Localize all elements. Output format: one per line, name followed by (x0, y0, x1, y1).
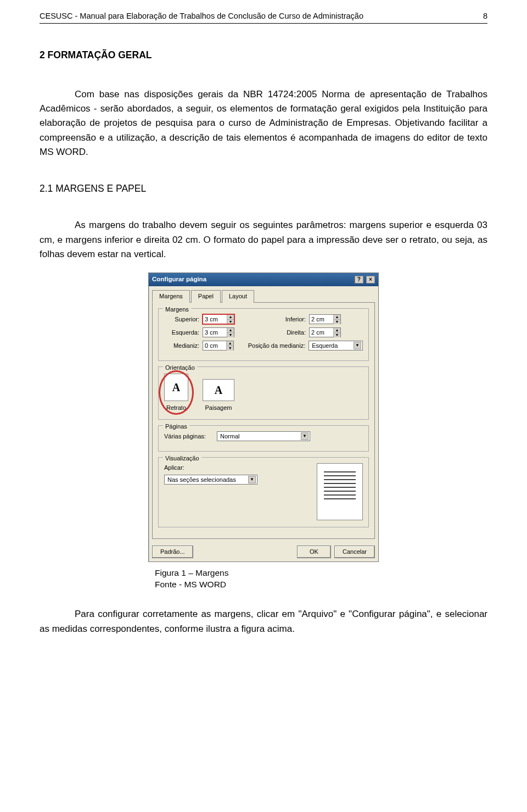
figure-page-setup: Configurar página ? × Margens Papel Layo… (40, 272, 487, 562)
landscape-icon: A (203, 379, 234, 401)
tab-layout[interactable]: Layout (222, 290, 254, 303)
dialog-panel: Margens Superior: ▲▼ Inferior: ▲▼ Esquer… (152, 302, 375, 539)
dialog-tabs: Margens Papel Layout (149, 286, 378, 302)
input-medianiz[interactable]: ▲▼ (203, 341, 234, 351)
input-medianiz-field[interactable] (203, 341, 226, 350)
orientation-paisagem[interactable]: A Paisagem (203, 379, 234, 413)
orientation-retrato-label: Retrato (166, 404, 186, 411)
button-padrao[interactable]: Padrão... (152, 546, 193, 558)
group-paginas: Páginas Várias páginas: Normal ▼ (158, 425, 369, 452)
tab-margens[interactable]: Margens (152, 290, 190, 303)
portrait-icon: A (164, 374, 188, 401)
spin-down-icon[interactable]: ▼ (227, 346, 233, 351)
input-inferior-field[interactable] (310, 315, 333, 324)
label-esquerda: Esquerda: (164, 328, 199, 337)
spin-up-icon[interactable]: ▲ (334, 328, 340, 333)
section-heading: 2 FORMATAÇÃO GERAL (40, 48, 487, 63)
figure-caption-line2: Fonte - MS WORD (155, 579, 487, 591)
header-title: CESUSC - Manual para Elaboração de Traba… (40, 10, 363, 22)
group-margens: Margens Superior: ▲▼ Inferior: ▲▼ Esquer… (158, 308, 369, 361)
select-aplicar-value: Nas seções selecionadas (167, 475, 236, 485)
select-aplicar[interactable]: Nas seções selecionadas ▼ (164, 475, 257, 485)
select-pos-medianiz-value: Esquerda (312, 341, 338, 351)
figure-caption-line1: Figura 1 – Margens (155, 568, 487, 579)
input-inferior[interactable]: ▲▼ (309, 314, 341, 324)
input-direita-field[interactable] (310, 328, 333, 337)
select-pos-medianiz[interactable]: Esquerda ▼ (309, 341, 363, 351)
group-visualizacao-legend: Visualização (163, 454, 201, 463)
button-ok[interactable]: OK (297, 546, 331, 558)
spin-up-icon[interactable]: ▲ (334, 315, 340, 320)
input-superior[interactable]: ▲▼ (203, 314, 234, 324)
input-esquerda-field[interactable] (203, 328, 227, 337)
select-varias-paginas-value: Normal (220, 432, 239, 441)
spin-down-icon[interactable]: ▼ (227, 320, 234, 324)
group-orientacao-legend: Orientação (163, 363, 197, 372)
help-icon[interactable]: ? (355, 276, 363, 283)
group-orientacao: Orientação A Retrato A Paisagem (158, 366, 369, 420)
spin-down-icon[interactable]: ▼ (334, 333, 340, 337)
tab-papel[interactable]: Papel (191, 290, 221, 303)
label-varias-paginas: Várias páginas: (164, 432, 214, 441)
spin-down-icon[interactable]: ▼ (334, 320, 340, 324)
chevron-down-icon[interactable]: ▼ (354, 342, 361, 349)
label-medianiz: Medianiz: (164, 341, 199, 351)
button-cancelar[interactable]: Cancelar (334, 546, 375, 558)
label-aplicar: Aplicar: (164, 463, 308, 472)
figure-caption: Figura 1 – Margens Fonte - MS WORD (155, 568, 487, 591)
dialog-footer: Padrão... OK Cancelar (149, 542, 378, 561)
input-direita[interactable]: ▲▼ (309, 327, 341, 337)
subsection-paragraph-1: As margens do trabalho devem seguir os s… (40, 218, 487, 262)
header-rule (40, 23, 487, 24)
label-inferior: Inferior: (245, 315, 306, 324)
group-margens-legend: Margens (163, 305, 191, 314)
group-visualizacao: Visualização Aplicar: Nas seções selecio… (158, 457, 369, 527)
page-number: 8 (483, 10, 487, 22)
dialog-titlebar: Configurar página ? × (149, 273, 378, 286)
spin-down-icon[interactable]: ▼ (227, 333, 234, 337)
input-superior-field[interactable] (203, 315, 227, 324)
page-preview (317, 463, 363, 520)
spin-up-icon[interactable]: ▲ (227, 315, 234, 320)
chevron-down-icon[interactable]: ▼ (301, 432, 309, 440)
orientation-paisagem-label: Paisagem (205, 404, 232, 411)
label-pos-medianiz: Posição da medianiz: (245, 341, 305, 351)
orientation-retrato[interactable]: A Retrato (164, 374, 188, 413)
subsection-heading: 2.1 MARGENS E PAPEL (40, 181, 487, 196)
close-icon[interactable]: × (366, 276, 375, 283)
chevron-down-icon[interactable]: ▼ (248, 476, 256, 483)
label-superior: Superior: (164, 315, 199, 324)
spin-up-icon[interactable]: ▲ (227, 341, 233, 346)
select-varias-paginas[interactable]: Normal ▼ (217, 431, 310, 441)
page-setup-dialog: Configurar página ? × Margens Papel Layo… (148, 272, 379, 562)
footer-paragraph: Para configurar corretamente as margens,… (40, 607, 487, 636)
group-paginas-legend: Páginas (163, 422, 189, 431)
dialog-title-text: Configurar página (152, 275, 206, 285)
section-paragraph-1: Com base nas disposições gerais da NBR 1… (40, 87, 487, 160)
input-esquerda[interactable]: ▲▼ (203, 327, 234, 337)
label-direita: Direita: (245, 328, 306, 337)
spin-up-icon[interactable]: ▲ (227, 328, 234, 333)
